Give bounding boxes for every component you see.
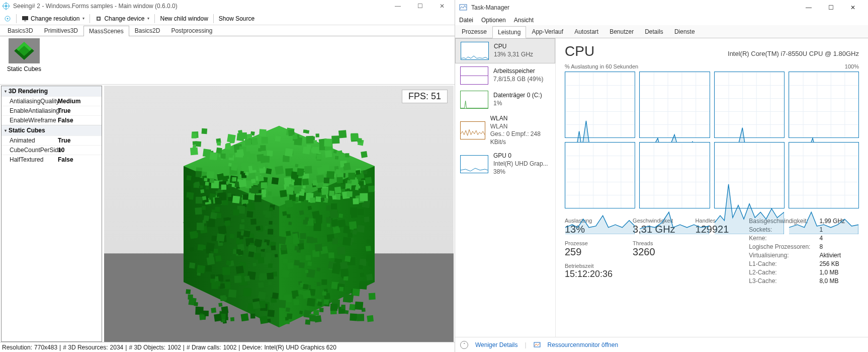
propgrid-category[interactable]: ▾Static Cubes — [2, 125, 102, 135]
svg-rect-417 — [286, 313, 292, 319]
tab-massscenes[interactable]: MassScenes — [83, 26, 129, 36]
collapse-icon[interactable]: ▾ — [5, 89, 7, 94]
show-source-button[interactable]: Show Source — [217, 14, 256, 23]
svg-rect-611 — [211, 274, 215, 279]
svg-rect-140 — [275, 254, 278, 257]
chevron-up-icon[interactable]: ˄ — [460, 341, 468, 349]
maximize-button[interactable]: ☐ — [820, 1, 842, 15]
svg-rect-285 — [257, 282, 264, 289]
tab-basics2d[interactable]: Basics2D — [129, 25, 166, 36]
left-titlebar[interactable]: Seeing# 2 - Windows.Forms samples - Main… — [0, 0, 455, 12]
core-graphs[interactable] — [565, 72, 859, 208]
propgrid-row[interactable]: AnimatedTrue — [2, 135, 102, 145]
fewer-details-link[interactable]: Weniger Details — [475, 341, 517, 348]
svg-rect-342 — [303, 129, 306, 133]
svg-rect-537 — [252, 262, 256, 266]
tab-basics3d[interactable]: Basics3D — [2, 25, 39, 36]
sidebar-item-memory[interactable]: Arbeitsspeicher7,8/15,8 GB (49%) — [455, 63, 555, 88]
svg-rect-396 — [202, 220, 206, 224]
svg-rect-495 — [360, 272, 364, 276]
svg-rect-472 — [205, 186, 209, 189]
maximize-button[interactable]: ☐ — [413, 3, 426, 10]
close-button[interactable]: ✕ — [436, 3, 449, 10]
svg-rect-343 — [300, 233, 306, 239]
propgrid-row[interactable]: CubeCountPerSide10 — [2, 145, 102, 155]
change-resolution-button[interactable]: Change resolution▾ — [20, 14, 86, 23]
tab-postprocessing[interactable]: Postprocessing — [165, 25, 218, 36]
core-graph-5[interactable] — [639, 142, 710, 208]
propgrid-row[interactable]: AntialiasingQualityMedium — [2, 96, 102, 106]
svg-rect-412 — [316, 167, 324, 175]
sidebar-item-disk[interactable]: Datenträger 0 (C:)1% — [455, 88, 555, 112]
svg-rect-43 — [240, 313, 248, 321]
core-graph-1[interactable] — [639, 72, 710, 138]
svg-rect-188 — [368, 293, 375, 300]
3d-viewport[interactable]: FPS: 51 — [104, 86, 454, 342]
menu-datei[interactable]: Datei — [459, 17, 473, 24]
svg-rect-518 — [326, 224, 330, 227]
menu-ansicht[interactable]: Ansicht — [514, 17, 534, 24]
menu-optionen[interactable]: Optionen — [481, 17, 506, 24]
svg-rect-247 — [259, 164, 263, 168]
svg-rect-309 — [334, 156, 338, 160]
new-child-window-button[interactable]: New child window — [158, 14, 210, 23]
tab-autostart[interactable]: Autostart — [569, 26, 604, 38]
core-graph-0[interactable] — [565, 72, 635, 138]
app-menu-button[interactable] — [2, 14, 13, 23]
svg-rect-191 — [271, 177, 279, 185]
svg-rect-538 — [229, 154, 233, 158]
propgrid-row[interactable]: EnableAntialiasingTrue — [2, 106, 102, 115]
svg-rect-173 — [367, 315, 374, 322]
tab-prozesse[interactable]: Prozesse — [456, 26, 492, 38]
core-graph-2[interactable] — [714, 72, 785, 138]
svg-rect-250 — [186, 289, 191, 294]
sidebar-item-cpu[interactable]: CPU13% 3,31 GHz — [455, 38, 555, 63]
tab-app-verlauf[interactable]: App-Verlauf — [526, 26, 569, 38]
collapse-icon[interactable]: ▾ — [5, 128, 7, 133]
svg-rect-601 — [222, 267, 230, 275]
open-resmon-link[interactable]: Ressourcenmonitor öffnen — [548, 341, 619, 348]
tab-dienste[interactable]: Dienste — [669, 26, 701, 38]
core-graph-6[interactable] — [714, 142, 785, 208]
svg-rect-566 — [353, 198, 359, 204]
tab-primitives3d[interactable]: Primitives3D — [39, 25, 83, 36]
svg-rect-587 — [214, 314, 222, 322]
svg-rect-612 — [251, 186, 258, 193]
tab-leistung[interactable]: Leistung — [492, 26, 526, 38]
svg-point-5 — [7, 18, 9, 19]
svg-rect-579 — [195, 141, 201, 147]
tab-benutzer[interactable]: Benutzer — [604, 26, 639, 38]
propgrid-row[interactable]: EnableWireframeFalse — [2, 115, 102, 125]
core-graph-7[interactable] — [789, 142, 859, 208]
svg-rect-310 — [299, 210, 304, 215]
propgrid-category[interactable]: ▾3D Rendering — [2, 86, 102, 96]
svg-rect-258 — [313, 223, 321, 231]
svg-rect-177 — [218, 303, 222, 307]
svg-rect-610 — [338, 150, 342, 154]
change-device-button[interactable]: Change device▾ — [93, 14, 151, 23]
svg-rect-496 — [352, 230, 357, 235]
sidebar-item-wlan[interactable]: WLANWLANGes.: 0 Empf.: 248 KBit/s — [455, 112, 555, 149]
performance-sidebar: CPU13% 3,31 GHz Arbeitsspeicher7,8/15,8 … — [455, 38, 556, 337]
graph-caption-left: % Auslastung in 60 Sekunden — [565, 63, 638, 69]
minimize-button[interactable]: — — [798, 1, 820, 15]
property-grid[interactable]: ▾3D Rendering AntialiasingQualityMedium … — [1, 86, 102, 342]
close-button[interactable]: ✕ — [842, 1, 864, 15]
svg-rect-562 — [314, 244, 322, 251]
core-graph-4[interactable] — [565, 142, 635, 208]
svg-rect-488 — [323, 299, 329, 305]
thumb-static-cubes[interactable]: Static Cubes — [4, 38, 44, 73]
sidebar-item-gpu[interactable]: GPU 0Intel(R) UHD Grap...38% — [455, 149, 555, 179]
svg-rect-18 — [359, 281, 367, 290]
svg-rect-521 — [268, 229, 273, 234]
tm-titlebar[interactable]: Task-Manager — ☐ ✕ — [455, 0, 868, 15]
sparkline-net — [460, 121, 485, 139]
core-graph-3[interactable] — [789, 72, 859, 138]
svg-rect-541 — [194, 302, 198, 306]
tab-details[interactable]: Details — [639, 26, 669, 38]
svg-rect-115 — [288, 222, 292, 225]
minimize-button[interactable]: — — [391, 3, 404, 10]
thumb-image — [9, 38, 40, 63]
svg-rect-545 — [299, 191, 303, 195]
propgrid-row[interactable]: HalfTexturedFalse — [2, 155, 102, 164]
